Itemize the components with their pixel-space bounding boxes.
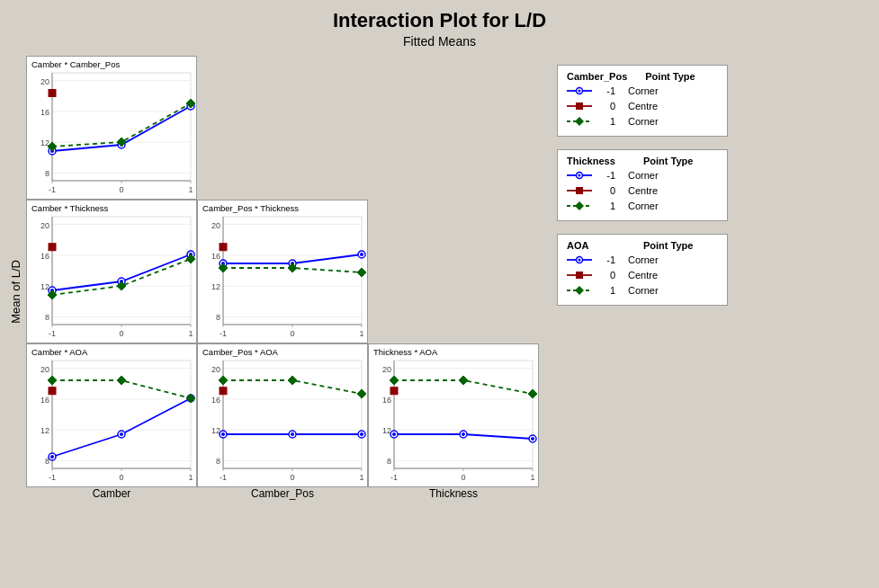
x-axis-var-2: Thickness	[368, 487, 539, 500]
svg-rect-172	[576, 102, 583, 110]
svg-point-79	[360, 253, 363, 256]
svg-point-159	[392, 432, 396, 436]
svg-text:-1: -1	[220, 329, 227, 338]
svg-point-105	[120, 432, 123, 436]
subplot-empty-0-1	[197, 56, 368, 200]
svg-point-161	[462, 432, 465, 436]
svg-text:1: 1	[188, 185, 193, 194]
legend-value-2-0: -1	[597, 254, 615, 265]
svg-text:8: 8	[216, 457, 220, 466]
plot-row-2: 8121620-101Camber * AOA8121620-101Camber…	[26, 343, 539, 487]
legend-type-2-2: Corner	[628, 285, 659, 296]
svg-text:Camber * Thickness: Camber * Thickness	[31, 203, 109, 213]
legend-row-0-1: 0Centre	[567, 100, 718, 112]
svg-rect-179	[576, 187, 583, 194]
svg-text:0: 0	[119, 473, 123, 482]
svg-rect-28	[52, 217, 191, 325]
legend-value-2-1: 0	[597, 270, 615, 281]
x-axis-var-row: CamberCamber_PosThickness	[26, 487, 539, 500]
legend-icon-1-0	[567, 169, 592, 182]
legend-type-1-2: Corner	[628, 200, 659, 211]
legend-icon-1-2	[567, 200, 592, 212]
svg-rect-164	[390, 388, 398, 395]
svg-text:0: 0	[461, 473, 465, 482]
svg-text:16: 16	[211, 396, 220, 405]
svg-text:Thickness * AOA: Thickness * AOA	[373, 347, 438, 357]
legend-type-1-0: Corner	[628, 170, 659, 181]
legend-row-1-0: -1Corner	[567, 169, 718, 182]
svg-text:Camber * Camber_Pos: Camber * Camber_Pos	[31, 59, 120, 69]
svg-point-163	[531, 437, 534, 441]
legend-icon-2-1	[567, 269, 592, 281]
legend-var-header: Thickness	[567, 156, 625, 166]
legend-var-header: Camber_Pos	[567, 71, 627, 82]
svg-rect-52	[49, 244, 56, 251]
svg-text:0: 0	[119, 185, 123, 194]
svg-text:0: 0	[119, 329, 123, 338]
svg-text:20: 20	[40, 365, 49, 374]
legend-row-0-0: -1Corner	[567, 85, 718, 97]
svg-text:-1: -1	[49, 473, 56, 482]
legend-icon-0-0	[567, 85, 592, 97]
legend-icon-1-1	[567, 184, 592, 197]
svg-text:1: 1	[188, 329, 193, 338]
svg-point-184	[579, 259, 581, 262]
legend-value-0-2: 1	[597, 116, 615, 127]
svg-text:0: 0	[290, 473, 294, 482]
legend-box-0: Camber_PosPoint Type-1Corner0Centre1Corn…	[557, 65, 728, 137]
plot-section: Mean of L/D 8121620-101Camber * Camber_P…	[9, 56, 539, 500]
legend-icon-0-2	[567, 115, 592, 128]
legend-header-0: Camber_PosPoint Type	[567, 71, 718, 82]
legend-icon-0-1	[567, 100, 592, 112]
svg-point-177	[579, 174, 581, 177]
legend-row-2-1: 0Centre	[567, 269, 718, 281]
legend-type-header: Point Type	[643, 156, 693, 166]
svg-point-133	[291, 432, 294, 436]
svg-point-103	[50, 455, 54, 459]
grid-area: 8121620-101Camber * Camber_Pos8121620-10…	[26, 56, 539, 500]
legend-type-2-1: Centre	[628, 270, 658, 281]
svg-text:16: 16	[40, 108, 49, 117]
y-axis-label: Mean of L/D	[9, 260, 22, 324]
svg-text:-1: -1	[220, 473, 227, 482]
legend-type-0-0: Corner	[628, 85, 659, 96]
svg-text:12: 12	[40, 426, 49, 435]
legend-var-header: AOA	[567, 240, 625, 251]
subplot-1-0: 8121620-101Camber * Thickness	[26, 200, 197, 343]
legend-header-2: AOAPoint Type	[567, 240, 718, 251]
subplot-1-1: 8121620-101Camber_Pos * Thickness	[197, 200, 368, 343]
svg-text:12: 12	[211, 282, 220, 291]
subplot-2-1: 8121620-101Camber_Pos * AOA	[197, 343, 368, 487]
legend-type-2-0: Corner	[628, 254, 659, 265]
svg-text:20: 20	[382, 365, 391, 374]
svg-text:20: 20	[211, 221, 220, 230]
legend-icon-2-2	[567, 284, 592, 297]
svg-rect-0	[52, 73, 191, 181]
svg-text:1: 1	[359, 473, 363, 482]
svg-text:0: 0	[290, 329, 294, 338]
legend-row-2-2: 1Corner	[567, 284, 718, 297]
svg-text:1: 1	[188, 473, 193, 482]
legend-row-1-1: 0Centre	[567, 184, 718, 197]
plot-row-1: 8121620-101Camber * Thickness8121620-101…	[26, 200, 539, 343]
svg-text:1: 1	[359, 329, 363, 338]
chart-area: Mean of L/D 8121620-101Camber * Camber_P…	[0, 56, 879, 500]
svg-text:16: 16	[40, 396, 49, 405]
svg-text:20: 20	[211, 365, 220, 374]
legend-value-0-1: 0	[597, 101, 615, 111]
legend-header-1: ThicknessPoint Type	[567, 156, 718, 166]
svg-point-135	[360, 432, 363, 436]
svg-marker-174	[575, 117, 584, 126]
svg-text:-1: -1	[390, 473, 398, 482]
svg-text:8: 8	[216, 313, 220, 322]
legend-box-2: AOAPoint Type-1Corner0Centre1Corner	[557, 234, 728, 306]
svg-text:8: 8	[45, 313, 49, 322]
legend-type-header: Point Type	[643, 240, 693, 251]
svg-text:20: 20	[40, 77, 49, 86]
x-axis-var-0: Camber	[26, 487, 197, 500]
chart-title: Interaction Plot for L/D	[333, 9, 546, 32]
svg-rect-24	[49, 90, 56, 97]
svg-text:16: 16	[211, 252, 220, 261]
svg-text:Camber_Pos * Thickness: Camber_Pos * Thickness	[202, 203, 299, 213]
svg-text:1: 1	[530, 473, 534, 482]
